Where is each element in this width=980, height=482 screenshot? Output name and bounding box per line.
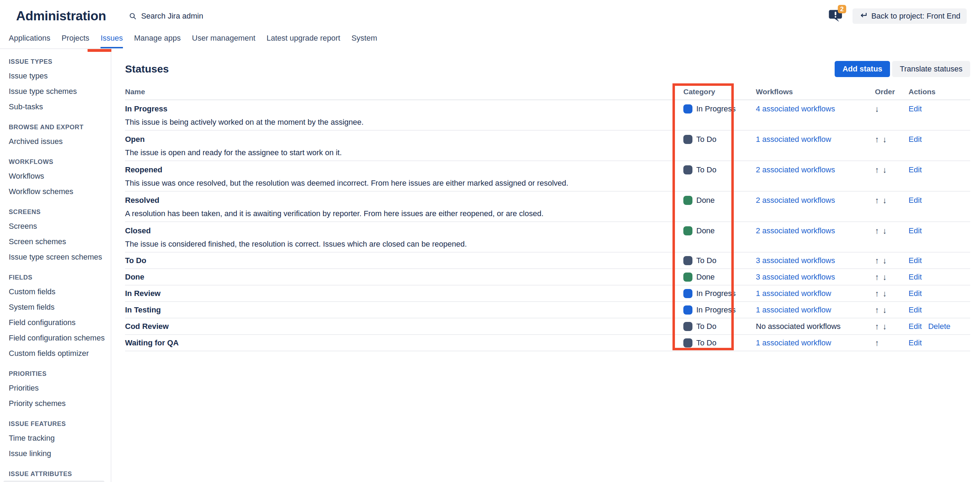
edit-link[interactable]: Edit [908, 165, 922, 175]
category-color-icon [683, 196, 692, 205]
delete-link[interactable]: Delete [928, 322, 951, 331]
sidebar-item-field-configuration-schemes[interactable]: Field configuration schemes [0, 330, 111, 346]
workflows-link[interactable]: 4 associated workflows [756, 104, 835, 113]
edit-link[interactable]: Edit [908, 305, 922, 315]
status-name: Waiting for QA [125, 338, 681, 347]
move-down-icon[interactable]: ↓ [883, 322, 887, 331]
move-down-icon[interactable]: ↓ [883, 272, 887, 282]
sidebar-section-issue-types: ISSUE TYPES Issue types Issue type schem… [0, 58, 111, 115]
move-up-icon[interactable]: ↑ [875, 289, 879, 298]
edit-link[interactable]: Edit [908, 104, 922, 113]
move-up-icon[interactable]: ↑ [875, 272, 879, 282]
move-down-icon[interactable]: ↓ [875, 104, 879, 113]
back-to-project-label: Back to project: Front End [872, 11, 960, 21]
sidebar-item-system-fields[interactable]: System fields [0, 299, 111, 315]
tab-issues[interactable]: Issues [100, 33, 123, 48]
status-description: The issue is considered finished, the re… [125, 240, 681, 248]
table-row: Done Done 3 associated workflows ↑ ↓ Edi… [125, 269, 970, 285]
translate-statuses-button[interactable]: Translate statuses [892, 61, 970, 77]
workflows-link[interactable]: 2 associated workflows [756, 165, 835, 174]
move-up-icon[interactable]: ↑ [875, 322, 879, 331]
sidebar-item-priorities[interactable]: Priorities [0, 380, 111, 396]
sidebar-item-issue-linking[interactable]: Issue linking [0, 446, 111, 461]
sidebar-item-custom-fields-optimizer[interactable]: Custom fields optimizer [0, 346, 111, 361]
edit-link[interactable]: Edit [908, 135, 922, 144]
edit-link[interactable]: Edit [908, 338, 922, 347]
sidebar-item-workflow-schemes[interactable]: Workflow schemes [0, 184, 111, 199]
move-down-icon[interactable]: ↓ [883, 196, 887, 205]
move-up-icon[interactable]: ↑ [875, 196, 879, 205]
move-down-icon[interactable]: ↓ [883, 226, 887, 235]
status-description: This issue is being actively worked on a… [125, 118, 681, 126]
sidebar-item-custom-fields[interactable]: Custom fields [0, 284, 111, 299]
jira-admin-page: Administration Search Jira admin 2 [0, 0, 980, 482]
move-down-icon[interactable]: ↓ [883, 289, 887, 298]
edit-link[interactable]: Edit [908, 272, 922, 282]
category-color-icon [683, 256, 692, 265]
move-down-icon[interactable]: ↓ [883, 165, 887, 175]
edit-link[interactable]: Edit [908, 256, 922, 265]
sidebar-item-sub-tasks[interactable]: Sub-tasks [0, 99, 111, 115]
workflows-link[interactable]: 2 associated workflows [756, 196, 835, 205]
move-up-icon[interactable]: ↑ [875, 305, 879, 315]
move-up-icon[interactable]: ↑ [875, 256, 879, 265]
workflows-link[interactable]: 1 associated workflow [756, 135, 831, 144]
sidebar-item-time-tracking[interactable]: Time tracking [0, 431, 111, 446]
sidebar-item-screen-schemes[interactable]: Screen schemes [0, 234, 111, 250]
category-color-icon [683, 135, 692, 144]
workflows-link[interactable]: 1 associated workflow [756, 305, 831, 314]
tab-applications[interactable]: Applications [9, 33, 51, 48]
edit-link[interactable]: Edit [908, 196, 922, 205]
back-to-project-button[interactable]: Back to project: Front End [853, 8, 967, 24]
sidebar-item-screens[interactable]: Screens [0, 219, 111, 234]
sidebar-item-issue-type-schemes[interactable]: Issue type schemes [0, 84, 111, 99]
edit-link[interactable]: Edit [908, 322, 922, 331]
category-label: Done [696, 226, 715, 235]
category-label: Done [696, 196, 715, 205]
tab-user-management[interactable]: User management [192, 33, 255, 48]
edit-link[interactable]: Edit [908, 226, 922, 235]
table-row: In Progress This issue is being actively… [125, 100, 970, 130]
status-description: The issue is open and ready for the assi… [125, 148, 681, 157]
sidebar-section-title: SCREENS [0, 208, 111, 219]
move-up-icon[interactable]: ↑ [875, 338, 879, 347]
sidebar-item-field-configurations[interactable]: Field configurations [0, 315, 111, 330]
sidebar-item-priority-schemes[interactable]: Priority schemes [0, 396, 111, 411]
workflows-link[interactable]: 2 associated workflows [756, 226, 835, 235]
sidebar-item-workflows[interactable]: Workflows [0, 169, 111, 184]
sidebar-item-statuses[interactable]: Statuses [3, 480, 104, 482]
workflows-link[interactable]: 1 associated workflow [756, 289, 831, 298]
move-up-icon[interactable]: ↑ [875, 135, 879, 144]
tab-system[interactable]: System [351, 33, 377, 48]
workflows-link[interactable]: 1 associated workflow [756, 338, 831, 347]
column-header-category: Category [681, 87, 756, 96]
category-label: In Progress [696, 104, 736, 113]
move-up-icon[interactable]: ↑ [875, 226, 879, 235]
tab-manage-apps[interactable]: Manage apps [134, 33, 181, 48]
category-label: To Do [696, 135, 716, 144]
no-workflows-text: No associated workflows [756, 322, 841, 331]
move-down-icon[interactable]: ↓ [883, 305, 887, 315]
tab-projects[interactable]: Projects [62, 33, 89, 48]
move-up-icon[interactable]: ↑ [875, 165, 879, 175]
status-name: Resolved [125, 196, 681, 205]
table-row: In Review In Progress 1 associated workf… [125, 285, 970, 302]
workflows-link[interactable]: 3 associated workflows [756, 272, 835, 281]
add-status-button[interactable]: Add status [835, 61, 890, 77]
status-name: In Testing [125, 305, 681, 315]
sidebar-item-archived-issues[interactable]: Archived issues [0, 134, 111, 149]
category-cell: To Do [681, 256, 756, 265]
move-down-icon[interactable]: ↓ [883, 135, 887, 144]
edit-link[interactable]: Edit [908, 289, 922, 298]
sidebar-item-issue-type-screen-schemes[interactable]: Issue type screen schemes [0, 250, 111, 265]
sidebar-item-issue-types[interactable]: Issue types [0, 68, 111, 84]
move-down-icon[interactable]: ↓ [883, 256, 887, 265]
workflows-link[interactable]: 3 associated workflows [756, 256, 835, 265]
sidebar-section-priorities: PRIORITIES Priorities Priority schemes [0, 370, 111, 411]
notifications-button[interactable]: 2 [828, 8, 844, 24]
category-label: Done [696, 272, 715, 282]
sidebar-section-title: FIELDS [0, 274, 111, 284]
search-input[interactable]: Search Jira admin [129, 11, 203, 21]
table-row: Resolved A resolution has been taken, an… [125, 192, 970, 222]
tab-latest-upgrade-report[interactable]: Latest upgrade report [267, 33, 340, 48]
